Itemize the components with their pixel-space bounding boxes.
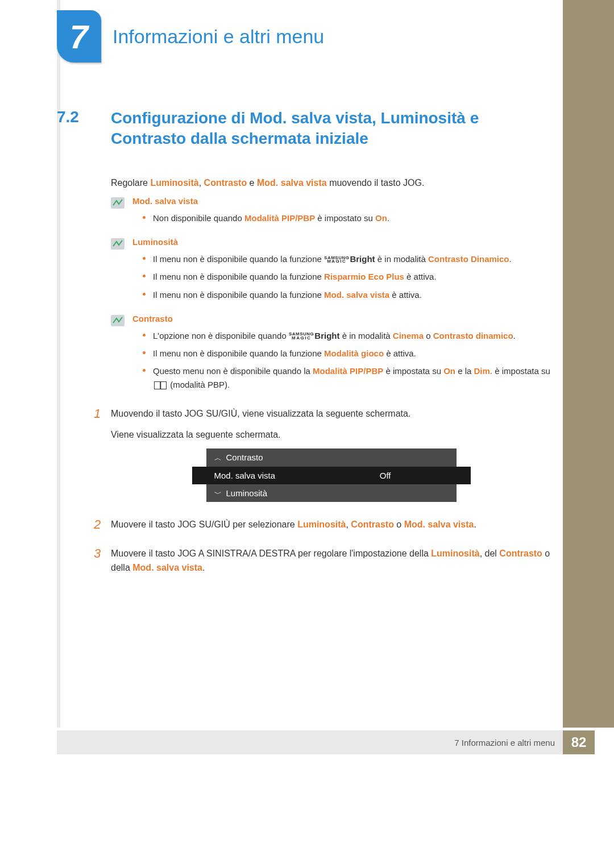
step-text: Muovere il tasto JOG A SINISTRA/A DESTRA… bbox=[111, 547, 551, 575]
page-footer: 7 Informazioni e altri menu 82 bbox=[0, 730, 614, 754]
note-item: Il menu non è disponibile quando la funz… bbox=[143, 288, 551, 301]
osd-row-up: ︿Contrasto bbox=[206, 448, 457, 466]
note-title: Mod. salva vista bbox=[132, 196, 551, 206]
step-text: Muovere il tasto JOG SU/GIÙ per selezion… bbox=[111, 518, 551, 532]
step-text: Viene visualizzata la seguente schermata… bbox=[111, 428, 551, 442]
step-3: 3 Muovere il tasto JOG A SINISTRA/A DEST… bbox=[94, 547, 551, 582]
section-title: Configurazione di Mod. salva vista, Lumi… bbox=[111, 108, 551, 149]
chevron-up-icon: ︿ bbox=[214, 454, 222, 462]
step-number: 2 bbox=[94, 518, 111, 531]
steps-list: 1 Muovendo il tasto JOG SU/GIÙ, viene vi… bbox=[94, 407, 551, 582]
note-icon bbox=[111, 197, 125, 209]
pbp-icon bbox=[154, 381, 167, 389]
note-title: Contrasto bbox=[132, 314, 551, 323]
note-icon bbox=[111, 238, 125, 250]
step-number: 3 bbox=[94, 547, 111, 560]
note-mod-salva-vista: Mod. salva vista Non disponibile quando … bbox=[111, 196, 551, 229]
side-stripe bbox=[563, 0, 614, 728]
samsung-magic-icon: SAMSUNGMAGIC bbox=[289, 333, 314, 340]
note-title: Luminosità bbox=[132, 237, 551, 247]
step-number: 1 bbox=[94, 407, 111, 421]
note-item: Non disponibile quando Modalità PIP/PBP … bbox=[143, 211, 551, 225]
section-heading: 7.2 Configurazione di Mod. salva vista, … bbox=[57, 108, 551, 149]
page-content: 7.2 Configurazione di Mod. salva vista, … bbox=[57, 108, 551, 590]
step-text: Muovendo il tasto JOG SU/GIÙ, viene visu… bbox=[111, 407, 551, 421]
note-luminosita: Luminosità Il menu non è disponibile qua… bbox=[111, 237, 551, 306]
step-1: 1 Muovendo il tasto JOG SU/GIÙ, viene vi… bbox=[94, 407, 551, 510]
note-item: Questo menu non è disponibile quando la … bbox=[143, 364, 551, 391]
chapter-number-badge: 7 bbox=[57, 10, 101, 63]
note-contrasto: Contrasto L'opzione non è disponibile qu… bbox=[111, 314, 551, 396]
intro-text: Regolare Luminosità, Contrasto e Mod. sa… bbox=[111, 178, 551, 188]
note-item: Il menu non è disponibile quando la funz… bbox=[143, 252, 551, 265]
osd-row-selected: Mod. salva vistaOff bbox=[192, 467, 471, 484]
note-item: Il menu non è disponibile quando la funz… bbox=[143, 270, 551, 283]
section-number: 7.2 bbox=[57, 108, 111, 126]
samsung-magic-icon: SAMSUNGMAGIC bbox=[324, 256, 349, 264]
osd-row-down: ﹀Luminosità bbox=[206, 484, 457, 502]
footer-text: 7 Informazioni e altri menu bbox=[57, 730, 563, 754]
chapter-header: 7 Informazioni e altri menu bbox=[57, 10, 324, 63]
step-2: 2 Muovere il tasto JOG SU/GIÙ per selezi… bbox=[94, 518, 551, 539]
note-item: L'opzione non è disponibile quando SAMSU… bbox=[143, 329, 551, 342]
note-icon bbox=[111, 315, 125, 326]
chapter-title: Informazioni e altri menu bbox=[113, 26, 324, 48]
footer-page-number: 82 bbox=[563, 730, 595, 754]
note-item: Il menu non è disponibile quando la funz… bbox=[143, 347, 551, 360]
osd-preview: ︿Contrasto Mod. salva vistaOff ﹀Luminosi… bbox=[206, 448, 457, 502]
chevron-down-icon: ﹀ bbox=[214, 489, 222, 498]
